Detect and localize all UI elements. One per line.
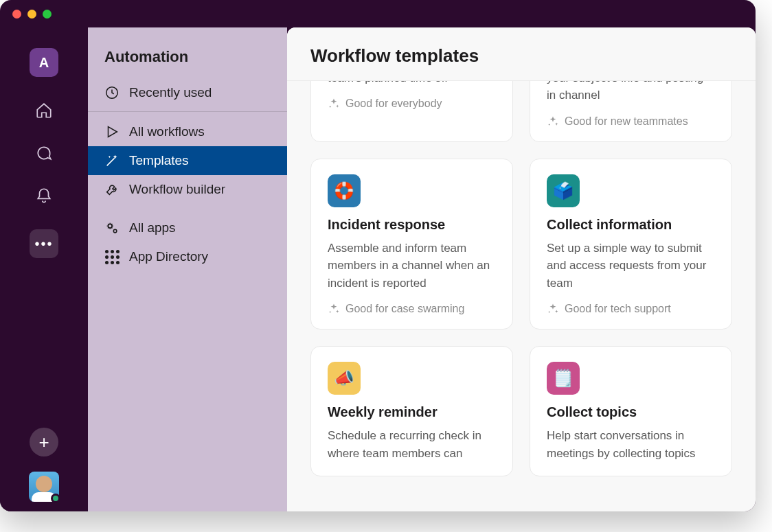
sidebar-item-label: Recently used (129, 85, 212, 100)
main-content: Workflow templates Request and manage yo… (287, 27, 756, 511)
gears-icon (104, 220, 120, 235)
wrench-icon (104, 182, 120, 197)
more-button[interactable]: ••• (30, 229, 58, 258)
sparkle-icon (547, 115, 559, 128)
left-rail: A ••• + (0, 27, 88, 511)
sparkle-icon (328, 303, 340, 315)
page-title: Workflow templates (287, 27, 756, 81)
template-card-incident-response[interactable]: 🛟 Incident response Assemble and inform … (310, 159, 513, 330)
template-card-weekly-reminder[interactable]: 📣 Weekly reminder Schedule a recurring c… (310, 346, 513, 476)
sidebar-item-label: Templates (129, 153, 189, 168)
play-icon (104, 124, 120, 139)
template-title: Incident response (328, 217, 496, 233)
svg-point-1 (109, 224, 113, 229)
template-title: Collect topics (547, 404, 715, 420)
template-cards-area[interactable]: Request and manage your team's planned t… (287, 81, 756, 511)
sidebar-item-label: All workflows (129, 124, 205, 139)
template-icon: 🗳️ (547, 174, 580, 207)
sidebar-item-all-apps[interactable]: All apps (88, 213, 287, 242)
sidebar-item-label: All apps (129, 220, 176, 235)
sidebar-item-templates[interactable]: Templates (88, 146, 287, 175)
presence-indicator (51, 494, 60, 503)
template-desc: Request and manage your team's planned t… (328, 81, 496, 86)
template-desc: Set up a simple way to submit and access… (547, 240, 715, 292)
template-desc: Kick off an AMA by collecting your subje… (547, 81, 715, 104)
sidebar-title: Automation (88, 48, 287, 78)
sparkle-icon (547, 303, 559, 315)
sidebar-item-app-directory[interactable]: App Directory (88, 242, 287, 271)
app-window: A ••• + (0, 0, 756, 511)
template-card-collect-topics[interactable]: 🗒️ Collect topics Help start conversatio… (530, 346, 732, 476)
wand-icon (104, 153, 120, 168)
template-card[interactable]: Kick off an AMA by collecting your subje… (530, 81, 732, 142)
window-zoom-button[interactable] (43, 10, 52, 19)
template-desc: Help start conversations in meetings by … (547, 427, 715, 462)
clock-icon (104, 85, 120, 100)
activity-icon[interactable] (35, 187, 53, 205)
dms-icon[interactable] (35, 144, 53, 162)
sidebar-item-workflow-builder[interactable]: Workflow builder (88, 175, 287, 204)
template-desc: Schedule a recurring check in where team… (328, 427, 496, 462)
sidebar-item-recently-used[interactable]: Recently used (88, 78, 287, 112)
window-close-button[interactable] (12, 10, 21, 19)
user-avatar[interactable] (29, 472, 59, 502)
svg-point-2 (113, 229, 117, 233)
template-tag: Good for new teammates (547, 115, 715, 128)
home-icon[interactable] (35, 102, 53, 119)
plus-icon: + (38, 432, 49, 453)
sparkle-icon (328, 97, 340, 110)
template-tag: Good for case swarming (328, 303, 496, 315)
grid-icon (104, 249, 120, 264)
window-minimize-button[interactable] (27, 10, 36, 19)
template-tag: Good for everybody (328, 97, 496, 110)
ellipsis-icon: ••• (34, 236, 53, 252)
sidebar-item-label: App Directory (129, 249, 208, 264)
sidebar-item-all-workflows[interactable]: All workflows (88, 117, 287, 146)
sidebar: Automation Recently used All workflows T… (88, 27, 287, 511)
template-title: Weekly reminder (328, 404, 496, 420)
template-desc: Assemble and inform team members in a ch… (328, 240, 496, 292)
template-icon: 🛟 (328, 174, 361, 207)
template-icon: 🗒️ (547, 362, 580, 395)
template-icon: 📣 (328, 362, 361, 395)
create-new-button[interactable]: + (30, 428, 58, 456)
template-card[interactable]: Request and manage your team's planned t… (310, 81, 513, 142)
titlebar (0, 0, 756, 27)
template-card-collect-information[interactable]: 🗳️ Collect information Set up a simple w… (530, 159, 732, 330)
sidebar-item-label: Workflow builder (129, 182, 225, 197)
template-tag: Good for tech support (547, 303, 715, 315)
template-title: Collect information (547, 217, 715, 233)
workspace-switcher[interactable]: A (30, 48, 58, 77)
